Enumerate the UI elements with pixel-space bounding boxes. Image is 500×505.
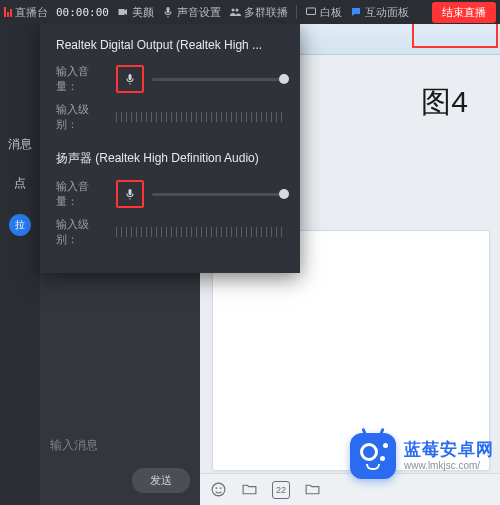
calendar-icon[interactable]: 22 <box>272 481 290 499</box>
live-timer: 00:00:00 <box>56 6 109 19</box>
input-volume-label: 输入音量： <box>56 64 108 94</box>
mic-toggle-button[interactable] <box>116 180 144 208</box>
whiteboard-button[interactable]: 白板 <box>305 5 342 20</box>
beauty-button[interactable]: 美颜 <box>117 5 154 20</box>
end-live-button[interactable]: 结束直播 <box>432 2 496 23</box>
chat-input-area: 输入消息 发送 <box>40 427 200 505</box>
brand-label: 直播台 <box>15 5 48 20</box>
site-watermark: 蓝莓安卓网 www.lmkjsc.com/ <box>350 433 494 479</box>
input-volume-row: 输入音量： <box>56 64 284 94</box>
input-volume-slider[interactable] <box>152 193 284 196</box>
annotation-highlight-box <box>412 24 498 48</box>
figure-label: 图4 <box>421 82 468 123</box>
nav-tab-message[interactable]: 消息 <box>8 136 32 153</box>
svg-point-2 <box>216 488 217 489</box>
chat-send-button[interactable]: 发送 <box>132 468 190 493</box>
chat-input[interactable]: 输入消息 <box>50 437 190 454</box>
audio-device-block: 扬声器 (Realtek High Definition Audio) 输入音量… <box>56 150 284 247</box>
android-logo-icon <box>350 433 396 479</box>
folder-icon[interactable] <box>241 481 258 498</box>
live-bars-icon <box>4 7 12 17</box>
mic-icon <box>124 188 136 200</box>
input-level-row: 输入级别： <box>56 217 284 247</box>
mic-icon <box>124 73 136 85</box>
svg-point-1 <box>212 483 225 496</box>
smile-icon[interactable] <box>210 481 227 498</box>
top-toolbar: 直播台 00:00:00 美颜 声音设置 多群联播 白板 互动面板 结束直播 <box>0 0 500 24</box>
toolbar-divider <box>296 5 297 19</box>
mic-toggle-button[interactable] <box>116 65 144 93</box>
left-nav-rail: 消息 点 拉 <box>0 24 40 505</box>
audio-device-name: Realtek Digital Output (Realtek High ... <box>56 38 284 52</box>
audio-settings-panel: Realtek Digital Output (Realtek High ...… <box>40 24 300 273</box>
mic-icon <box>162 6 174 18</box>
audio-device-name: 扬声器 (Realtek High Definition Audio) <box>56 150 284 167</box>
input-volume-label: 输入音量： <box>56 179 108 209</box>
input-level-row: 输入级别： <box>56 102 284 132</box>
input-volume-slider[interactable] <box>152 78 284 81</box>
watermark-url: www.lmkjsc.com/ <box>404 460 494 472</box>
input-level-label: 输入级别： <box>56 217 108 247</box>
watermark-title: 蓝莓安卓网 <box>404 440 494 460</box>
interact-panel-button[interactable]: 互动面板 <box>350 5 409 20</box>
svg-rect-0 <box>306 8 315 15</box>
input-level-meter <box>116 227 284 237</box>
whiteboard-icon <box>305 6 317 18</box>
group-broadcast-button[interactable]: 多群联播 <box>229 5 288 20</box>
input-level-meter <box>116 112 284 122</box>
user-avatar[interactable]: 拉 <box>9 214 31 236</box>
chat-icon <box>350 6 362 18</box>
brand-live: 直播台 <box>4 5 48 20</box>
folder-icon[interactable] <box>304 481 321 498</box>
input-level-label: 输入级别： <box>56 102 108 132</box>
svg-point-3 <box>220 488 221 489</box>
nav-tab-dot[interactable]: 点 <box>14 175 26 192</box>
users-icon <box>229 6 241 18</box>
camera-icon <box>117 6 129 18</box>
audio-settings-button[interactable]: 声音设置 <box>162 5 221 20</box>
input-volume-row: 输入音量： <box>56 179 284 209</box>
audio-device-block: Realtek Digital Output (Realtek High ...… <box>56 38 284 132</box>
